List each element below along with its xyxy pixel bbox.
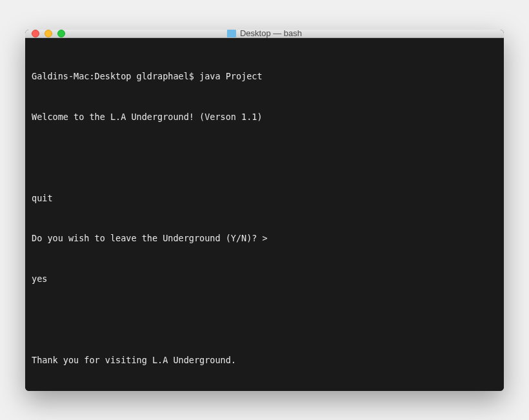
- window-title: Desktop — bash: [240, 30, 302, 39]
- terminal-line: Welcome to the L.A Underground! (Verson …: [32, 110, 497, 124]
- terminal-line: Galdins-Mac:Desktop gldraphael$ java Pro…: [32, 70, 497, 83]
- terminal-window: Desktop — bash Galdins-Mac:Desktop gldra…: [25, 30, 504, 391]
- terminal-content[interactable]: Galdins-Mac:Desktop gldraphael$ java Pro…: [25, 38, 504, 391]
- title-text-container: Desktop — bash: [227, 30, 302, 39]
- minimize-button[interactable]: [45, 30, 52, 37]
- close-button[interactable]: [32, 30, 39, 37]
- terminal-line: [32, 151, 497, 165]
- terminal-line: yes: [32, 272, 497, 286]
- title-bar: Desktop — bash: [25, 30, 504, 38]
- terminal-line: [32, 313, 497, 326]
- terminal-line: Thank you for visiting L.A Underground.: [32, 354, 497, 367]
- terminal-line: quit: [32, 192, 497, 205]
- terminal-line: Do you wish to leave the Underground (Y/…: [32, 232, 497, 245]
- window-controls: [25, 30, 65, 37]
- folder-icon: [227, 30, 236, 37]
- maximize-button[interactable]: [57, 30, 65, 37]
